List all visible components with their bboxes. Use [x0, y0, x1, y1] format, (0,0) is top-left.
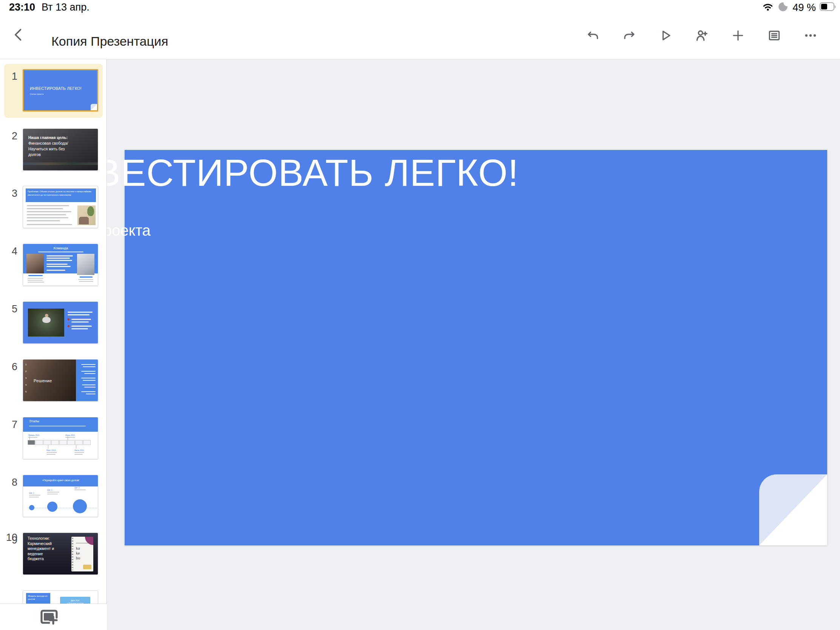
present-button[interactable] — [647, 26, 684, 45]
slide-thumbnail-9[interactable]: Технологии: Кармический менеджмент и вед… — [23, 532, 98, 575]
thumb2-text: Наша главная цель: Финансовая свобода/ Н… — [28, 135, 68, 158]
thumb1-fold-icon — [91, 104, 98, 111]
thumb6-label: Решение — [34, 379, 52, 383]
slide-thumbnail-4[interactable]: Команда — [23, 244, 98, 286]
slide-number: 4 — [0, 245, 17, 257]
battery-percent: 49 % — [793, 2, 816, 14]
add-button[interactable] — [720, 26, 756, 45]
comments-button[interactable] — [756, 26, 793, 45]
slide-thumbnail-7[interactable]: Этапы Январь 2021 Июнь 2021 Март 2021 Ию… — [23, 417, 98, 459]
toolbar: Копия Презентация — [0, 15, 840, 59]
thumb4-photo-right — [77, 254, 95, 275]
thumb9-text: Технологии: Кармический менеджмент и вед… — [28, 536, 54, 562]
thumb7-timeline — [28, 440, 91, 445]
slide-number: 5 — [0, 303, 17, 315]
sidebar-bottom-bar — [0, 603, 107, 630]
thumb8-title: «Перекройте кран» своих долгов! — [23, 479, 98, 482]
slide-thumbnail-3[interactable]: Проблема: Объем плохих долгов по ипотеке… — [23, 186, 98, 228]
slide-number: 8 — [0, 477, 17, 488]
slide-thumbnail-6[interactable]: Решение 1 2 3 4 5 — [23, 359, 98, 401]
thumb9-kakebo-book: ka ke bo — [71, 537, 93, 572]
thumb3-header: Проблема: Объем плохих долгов по ипотеке… — [26, 188, 96, 202]
slide-thumbnail-2[interactable]: Наша главная цель: Финансовая свобода/ Н… — [23, 128, 98, 171]
status-date: Вт 13 апр. — [41, 2, 90, 13]
more-button[interactable] — [793, 26, 829, 45]
redo-button[interactable] — [611, 26, 647, 45]
page-fold-decoration — [759, 474, 827, 545]
slide-number: 10 — [0, 532, 17, 543]
slide-thumbnail-8[interactable]: «Перекройте кран» своих долгов! Шаг 1 Ша… — [23, 475, 98, 517]
slide-number: 2 — [0, 130, 17, 142]
thumb8-dotted-line — [28, 508, 97, 508]
thumb1-subtitle: Слоган проекта — [30, 93, 43, 95]
status-bar: 23:10 Вт 13 апр. 49 % — [0, 0, 840, 15]
thumb2-photo-strip — [23, 163, 98, 165]
wifi-icon — [762, 1, 774, 14]
thumb4-title: Команда — [23, 246, 98, 250]
add-slide-button[interactable] — [39, 608, 59, 626]
thumb7-title: Этапы — [29, 419, 39, 423]
moon-dnd-icon — [777, 1, 789, 14]
slide-thumbnail-5[interactable] — [23, 302, 98, 344]
slide-number: 3 — [0, 188, 17, 199]
thumb1-title: ИНВЕСТИРОВАТЬ ЛЕГКО! — [30, 86, 82, 91]
document-title: Копия Презентация — [51, 34, 168, 49]
slide-thumbnail-1[interactable]: ИНВЕСТИРОВАТЬ ЛЕГКО! Слоган проекта — [23, 69, 98, 111]
thumb3-photo — [77, 205, 96, 225]
undo-button[interactable] — [575, 26, 611, 45]
slide-number: 6 — [0, 361, 17, 373]
slide-number: 7 — [0, 419, 17, 431]
slide-filmstrip[interactable]: 1 ИНВЕСТИРОВАТЬ ЛЕГКО! Слоган проекта 2 … — [0, 59, 107, 630]
thumb4-photo-left — [27, 254, 44, 273]
slide-number: 1 — [0, 71, 17, 82]
back-button[interactable] — [11, 27, 27, 43]
slide-title-textbox[interactable]: ИНВЕСТИРОВАТЬ ЛЕГКО! — [40, 151, 519, 194]
thumb5-photo — [28, 309, 64, 336]
add-person-button[interactable] — [684, 26, 720, 45]
battery-icon — [819, 2, 836, 13]
status-time: 23:10 — [9, 2, 35, 13]
slide-canvas[interactable] — [125, 150, 827, 545]
